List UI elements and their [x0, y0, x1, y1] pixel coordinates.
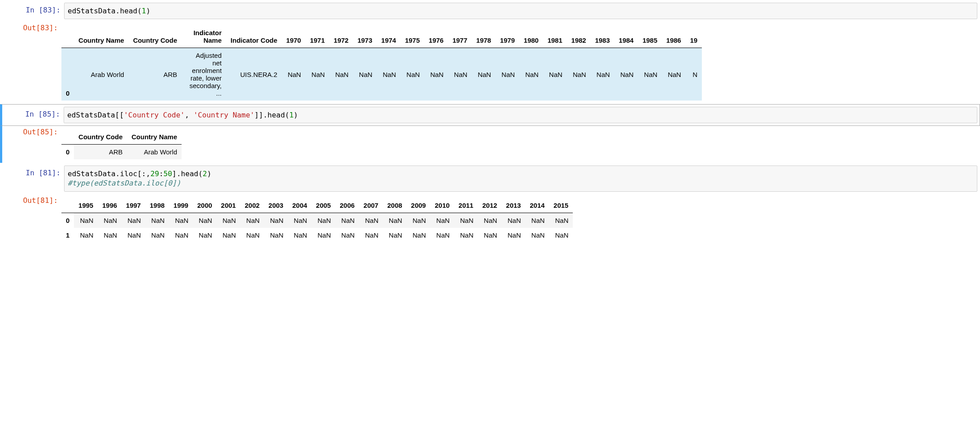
cell: NaN — [145, 213, 169, 228]
column-header — [61, 198, 74, 213]
code-input-85[interactable]: edStatsData[['Country Code', 'Country Na… — [64, 107, 977, 123]
cell: NaN — [169, 213, 193, 228]
code-number: 1 — [142, 7, 146, 15]
column-header: 2013 — [502, 198, 525, 213]
out-prompt-83: Out[83]: — [0, 22, 61, 104]
cell: NaN — [264, 213, 288, 228]
cell: Arab World — [74, 48, 129, 101]
table-row: 0ARBArab World — [61, 145, 182, 160]
cell: NaN — [525, 213, 549, 228]
cell-85[interactable]: In [85]: edStatsData[['Country Code', 'C… — [0, 104, 980, 126]
column-header: 1977 — [448, 25, 472, 48]
column-header: 1982 — [567, 25, 591, 48]
cell: NaN — [407, 228, 430, 242]
column-header: 2000 — [193, 198, 216, 213]
column-header: Indicator Name — [182, 25, 226, 48]
out-prompt-85: Out[85]: — [2, 126, 61, 163]
dataframe-table-83[interactable]: Country NameCountry CodeIndicator NameIn… — [61, 25, 702, 101]
cell: NaN — [407, 213, 430, 228]
code-input-81[interactable]: edStatsData.iloc[:,29:50].head(2) #type(… — [64, 166, 977, 191]
column-header: 19 — [685, 25, 702, 48]
cell: NaN — [383, 213, 406, 228]
cell: NaN — [502, 213, 525, 228]
column-header: 1997 — [121, 198, 145, 213]
column-header: 2001 — [217, 198, 240, 213]
column-header: 2015 — [549, 198, 573, 213]
cell: ARB — [129, 48, 182, 101]
column-header: Country Name — [74, 25, 129, 48]
column-header: 2005 — [312, 198, 335, 213]
code-number: 1 — [289, 111, 294, 119]
cell: NaN — [98, 213, 121, 228]
column-header: 2011 — [454, 198, 478, 213]
row-index: 1 — [61, 228, 74, 242]
column-header: 2012 — [478, 198, 502, 213]
output-83: Out[83]: Country NameCountry CodeIndicat… — [0, 22, 980, 104]
cell: NaN — [335, 213, 359, 228]
cell: NaN — [335, 228, 359, 242]
cell: NaN — [288, 228, 312, 242]
code-number: 2 — [202, 170, 207, 178]
column-header: 1972 — [329, 25, 353, 48]
code-number: 50 — [163, 170, 172, 178]
table-row: 0NaNNaNNaNNaNNaNNaNNaNNaNNaNNaNNaNNaNNaN… — [61, 213, 573, 228]
notebook-container: In [83]: edStatsData.head(1) Out[83]: Co… — [0, 0, 980, 246]
cell: NaN — [353, 48, 377, 101]
cell: NaN — [145, 228, 169, 242]
column-header: 1970 — [282, 25, 305, 48]
code-input-83[interactable]: edStatsData.head(1) — [64, 3, 977, 19]
cell: NaN — [312, 228, 335, 242]
column-header: 2002 — [240, 198, 264, 213]
output-81: Out[81]: 1995199619971998199920002001200… — [0, 194, 980, 246]
cell: NaN — [472, 48, 495, 101]
cell: NaN — [288, 213, 312, 228]
in-prompt-85: In [85]: — [2, 107, 64, 123]
column-header: 1971 — [305, 25, 329, 48]
cell: NaN — [478, 213, 502, 228]
code-text: edStatsData[[ — [67, 111, 124, 119]
cell: NaN — [377, 48, 401, 101]
code-number: 29 — [150, 170, 159, 178]
column-header: 2010 — [430, 198, 454, 213]
column-header: 1978 — [472, 25, 495, 48]
cell: NaN — [454, 228, 478, 242]
row-index: 0 — [61, 145, 74, 160]
cell: NaN — [74, 213, 97, 228]
cell: NaN — [401, 48, 424, 101]
column-header: 1996 — [98, 198, 121, 213]
cell: NaN — [169, 228, 193, 242]
cell: ARB — [74, 145, 127, 160]
column-header: 1986 — [662, 25, 685, 48]
cell: NaN — [525, 228, 549, 242]
cell: NaN — [662, 48, 685, 101]
column-header: 1998 — [145, 198, 169, 213]
code-string: 'Country Code' — [124, 111, 185, 119]
cell: NaN — [193, 213, 216, 228]
cell: NaN — [478, 228, 502, 242]
cell: NaN — [448, 48, 472, 101]
code-comment: #type(edStatsData.iloc[0]) — [68, 179, 181, 187]
cell: NaN — [614, 48, 638, 101]
cell: NaN — [454, 213, 478, 228]
cell: NaN — [264, 228, 288, 242]
out-prompt-81: Out[81]: — [0, 194, 61, 246]
cell: NaN — [424, 48, 448, 101]
row-index: 0 — [61, 48, 74, 101]
cell: NaN — [217, 228, 240, 242]
cell: NaN — [359, 213, 383, 228]
cell: NaN — [359, 228, 383, 242]
dataframe-table-85[interactable]: Country CodeCountry Name0ARBArab World — [61, 129, 182, 159]
cell-81: In [81]: edStatsData.iloc[:,29:50].head(… — [0, 163, 980, 194]
column-header: 2003 — [264, 198, 288, 213]
column-header: 1976 — [424, 25, 448, 48]
cell: NaN — [329, 48, 353, 101]
cell: NaN — [193, 228, 216, 242]
column-header: 1985 — [638, 25, 662, 48]
column-header: 1999 — [169, 198, 193, 213]
dataframe-table-81[interactable]: 1995199619971998199920002001200220032004… — [61, 198, 573, 242]
cell: NaN — [638, 48, 662, 101]
cell: NaN — [282, 48, 305, 101]
column-header: 1981 — [543, 25, 567, 48]
cell: NaN — [495, 48, 519, 101]
cell: UIS.NERA.2 — [226, 48, 282, 101]
